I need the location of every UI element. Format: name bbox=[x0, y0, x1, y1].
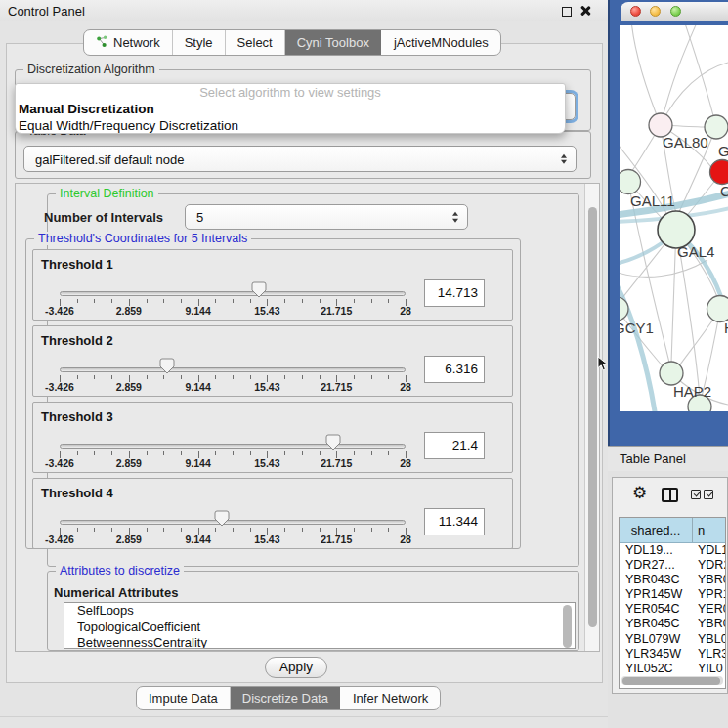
table-panel-body: ⚙ shared... n YDL19...YDL1YDR27...YDR2YB… bbox=[608, 471, 728, 728]
table-row[interactable]: YDR27...YDR2 bbox=[620, 558, 725, 573]
table-row[interactable]: YBR043CYBR0 bbox=[620, 573, 725, 587]
tick-label: 28 bbox=[400, 381, 411, 393]
label-gal80: GAL80 bbox=[663, 134, 708, 150]
threshold-3-value-field[interactable]: 21.4 bbox=[424, 432, 485, 459]
node-h[interactable] bbox=[707, 296, 728, 322]
algorithm-option-manual-discretization[interactable]: Manual Discretization bbox=[16, 101, 565, 117]
apply-button[interactable]: Apply bbox=[265, 657, 327, 678]
zoom-traffic-light-icon[interactable] bbox=[670, 6, 681, 17]
threshold-2-slider-track[interactable] bbox=[60, 367, 406, 372]
bottom-tab-infer-network-label: Infer Network bbox=[353, 691, 428, 706]
tick bbox=[111, 375, 112, 379]
tab-select[interactable]: Select bbox=[225, 30, 284, 55]
threshold-2-slider-handle[interactable] bbox=[159, 358, 175, 374]
label-gal4: GAL4 bbox=[677, 243, 714, 260]
spinner-arrows-icon bbox=[561, 153, 567, 164]
algorithm-option-equal-width-frequency-discretization[interactable]: Equal Width/Frequency Discretization bbox=[16, 117, 565, 134]
table-row[interactable]: YDL19...YDL1 bbox=[620, 543, 725, 558]
threshold-3-slider-track[interactable] bbox=[60, 444, 406, 449]
table-row[interactable]: YBL079WYBL0 bbox=[620, 632, 725, 647]
threshold-4-slider-track[interactable] bbox=[60, 520, 406, 525]
tick-label: -3.426 bbox=[45, 534, 74, 545]
scrollbar-thumb[interactable] bbox=[588, 207, 597, 627]
threshold-1-value-field[interactable]: 14.713 bbox=[424, 279, 485, 307]
tab-style-label: Style bbox=[185, 35, 213, 50]
tick bbox=[181, 528, 182, 532]
right-column: GAL80 G C GAL11 GAL4 GCY1 H HAP2 Table P… bbox=[608, 0, 728, 728]
tick-label: 15.43 bbox=[254, 457, 279, 469]
column-header-shared-name[interactable]: shared... bbox=[620, 518, 693, 542]
tab-select-label: Select bbox=[237, 35, 273, 50]
threshold-1-slider-handle[interactable] bbox=[251, 281, 267, 298]
close-traffic-light-icon[interactable] bbox=[630, 6, 641, 17]
table-row[interactable]: YPR145WYPR1 bbox=[620, 587, 725, 602]
number-of-intervals-select[interactable]: 5 bbox=[185, 204, 468, 230]
threshold-4-value-field[interactable]: 11.344 bbox=[424, 508, 485, 535]
attributes-items: SelfLoopsTopologicalCoefficientBetweenne… bbox=[64, 603, 575, 649]
tab-style[interactable]: Style bbox=[172, 30, 225, 55]
bottom-tab-discretize-data[interactable]: Discretize Data bbox=[230, 687, 340, 709]
network-nodes[interactable] bbox=[620, 113, 728, 411]
close-icon[interactable] bbox=[579, 5, 591, 17]
checkbox-icon[interactable] bbox=[704, 490, 713, 499]
table-data-select[interactable]: galFiltered.sif default node bbox=[23, 146, 577, 172]
threshold-4-label: Threshold 4 bbox=[41, 486, 113, 500]
node-red-selected[interactable] bbox=[710, 160, 728, 185]
divider bbox=[0, 716, 608, 717]
bottom-tab-infer-network[interactable]: Infer Network bbox=[340, 687, 440, 709]
label-gal11: GAL11 bbox=[630, 193, 675, 209]
tick bbox=[302, 528, 303, 532]
split-columns-icon[interactable] bbox=[662, 488, 678, 502]
minimize-traffic-light-icon[interactable] bbox=[650, 6, 661, 17]
tick bbox=[233, 299, 234, 303]
tick bbox=[181, 299, 182, 303]
node-gcy1[interactable] bbox=[620, 297, 628, 321]
tick bbox=[250, 375, 251, 379]
tick bbox=[215, 451, 216, 455]
threshold-1-slider-track[interactable] bbox=[60, 291, 406, 296]
attribute-item-topologicalcoefficient[interactable]: TopologicalCoefficient bbox=[64, 620, 575, 636]
attribute-item-selfloops[interactable]: SelfLoops bbox=[64, 603, 575, 620]
table-row[interactable]: YLR345WYLR3 bbox=[620, 647, 725, 662]
tick-label: 15.43 bbox=[254, 534, 279, 545]
bottom-tab-impute-data[interactable]: Impute Data bbox=[137, 687, 230, 709]
tab-cyni-toolbox[interactable]: Cyni Toolbox bbox=[284, 30, 381, 55]
tick bbox=[147, 451, 148, 455]
tick bbox=[77, 528, 78, 532]
network-canvas[interactable]: GAL80 G C GAL11 GAL4 GCY1 H HAP2 bbox=[620, 25, 728, 411]
tick bbox=[111, 528, 112, 532]
checkbox-icon[interactable] bbox=[691, 490, 701, 499]
table-row[interactable]: YER054CYER0 bbox=[620, 602, 725, 617]
node-hap2[interactable] bbox=[660, 362, 683, 385]
attribute-item-betweennesscentrality[interactable]: BetweennessCentrality bbox=[64, 635, 575, 649]
gear-icon[interactable]: ⚙ bbox=[632, 485, 647, 501]
table-row[interactable]: YBR045CYBR0 bbox=[620, 617, 725, 631]
table-horizontal-scrollbar[interactable] bbox=[621, 676, 723, 685]
tick-label: 28 bbox=[400, 534, 411, 545]
tick-label: 9.144 bbox=[185, 534, 210, 545]
tick-label: 2.859 bbox=[116, 457, 142, 469]
node-gal11[interactable] bbox=[620, 170, 641, 194]
threshold-4-slider-handle[interactable] bbox=[214, 510, 230, 527]
tab-network[interactable]: Network bbox=[84, 30, 172, 55]
table-row[interactable]: YIL052CYIL0 bbox=[620, 662, 725, 676]
panel-scrollbar[interactable] bbox=[584, 184, 599, 651]
cell-shared-name: YBR045C bbox=[620, 617, 693, 631]
tick bbox=[181, 451, 182, 455]
interval-definition-title: Interval Definition bbox=[56, 187, 158, 200]
network-window-titlebar[interactable] bbox=[621, 2, 728, 21]
column-header-name[interactable]: n bbox=[693, 518, 725, 542]
algorithm-placeholder-option[interactable]: Select algorithm to view settings bbox=[16, 84, 565, 101]
cell-name: YBR0 bbox=[693, 573, 725, 587]
float-window-icon[interactable] bbox=[562, 7, 572, 17]
scrollbar-thumb[interactable] bbox=[622, 677, 720, 685]
scrollbar-thumb[interactable] bbox=[563, 605, 572, 648]
cell-shared-name: YDR27... bbox=[620, 558, 693, 573]
bottom-tab-bar: Impute DataDiscretize DataInfer Network bbox=[136, 686, 441, 710]
threshold-2-value-field[interactable]: 6.316 bbox=[424, 356, 485, 383]
threshold-3-slider-handle[interactable] bbox=[325, 434, 341, 450]
label-partial-g: G bbox=[718, 143, 728, 159]
attributes-list-scrollbar[interactable] bbox=[563, 605, 573, 648]
tick bbox=[320, 451, 321, 455]
tab-jactivemnodules[interactable]: jActiveMNodules bbox=[381, 30, 500, 55]
